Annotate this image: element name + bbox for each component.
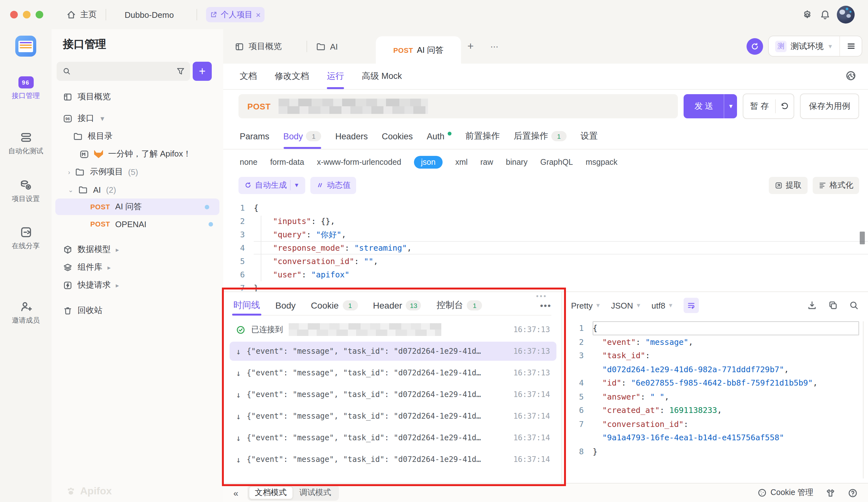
tab-console[interactable]: 控制台 1 [436, 296, 482, 315]
close-window-button[interactable] [10, 11, 18, 19]
rail-item-online-share[interactable]: 在线分享 [0, 226, 52, 251]
help-icon[interactable] [848, 488, 858, 498]
tree-item-example-project[interactable]: › 示例项目 (5) [52, 163, 223, 181]
tab-body[interactable]: Body 1 [283, 123, 321, 149]
code-view-button[interactable] [846, 71, 857, 81]
body-type-form-data[interactable]: form-data [270, 158, 304, 167]
tree-item-api-group[interactable]: 96 接口 ▼ [52, 110, 223, 127]
chevron-right-icon[interactable]: › [68, 168, 70, 175]
rail-item-automated-testing[interactable]: 自动化测试 [0, 131, 52, 156]
chevron-right-icon[interactable]: ▸ [116, 246, 119, 253]
cookie-manage-button[interactable]: Cookie 管理 [757, 488, 813, 498]
collapse-sidebar-button[interactable]: « [234, 488, 238, 498]
tree-item-data-model[interactable]: 数据模型 ▸ [52, 240, 223, 258]
tab-post-ai-qa-active[interactable]: POST AI 问答 [376, 36, 461, 64]
chevron-down-icon[interactable]: ⌄ [68, 186, 73, 193]
dynamic-value-button[interactable]: 动态值 [310, 176, 356, 194]
add-tab-button[interactable]: + [467, 29, 474, 64]
send-options-caret[interactable]: ▼ [724, 94, 737, 118]
tab-post-processors[interactable]: 后置操作 1 [514, 123, 567, 149]
code-line[interactable]: 3 "task_id": [562, 349, 859, 362]
tab-params[interactable]: Params [240, 123, 269, 149]
code-line[interactable]: 8} [562, 444, 859, 458]
tab-ai-folder[interactable]: AI [316, 29, 338, 64]
code-line[interactable]: 2 "inputs": {}, [223, 214, 868, 228]
timeline-row[interactable]: ↓{"event": "message", "task_id": "d072d2… [229, 385, 556, 404]
body-type-msgpack[interactable]: msgpack [586, 158, 618, 167]
url-input[interactable]: POST [238, 94, 678, 118]
tree-item-root-folder[interactable]: 根目录 [52, 127, 223, 145]
language-select[interactable]: JSON▼ [611, 301, 641, 310]
timeline-row[interactable]: 已连接到16:37:13 [229, 320, 556, 339]
code-line[interactable]: 3 "query": "你好", [223, 228, 868, 241]
maximize-window-button[interactable] [35, 11, 43, 19]
stash-button[interactable]: 暂 存 [744, 101, 775, 112]
charset-select[interactable]: utf8▼ [651, 301, 673, 310]
body-type-graphql[interactable]: GraphQL [540, 158, 573, 167]
search-icon[interactable] [849, 300, 859, 310]
pretty-select[interactable]: Pretty▼ [571, 301, 601, 310]
download-icon[interactable] [807, 300, 817, 310]
tab-auth[interactable]: Auth [427, 123, 452, 149]
tab-run[interactable]: 运行 [327, 64, 344, 89]
env-menu-button[interactable] [839, 36, 862, 56]
more-tabs-button[interactable]: ⋯ [490, 29, 498, 64]
code-line[interactable]: 2 "event": "message", [562, 335, 859, 349]
response-json-code[interactable]: 1{2 "event": "message",3 "task_id": "d07… [562, 321, 859, 483]
body-type-binary[interactable]: binary [506, 158, 527, 167]
notifications-button[interactable] [820, 0, 830, 29]
auto-generate-button[interactable]: 自动生成 ▼ [238, 176, 305, 194]
theme-shirt-icon[interactable] [825, 488, 836, 498]
chevron-down-icon[interactable]: ▼ [294, 182, 300, 188]
code-line[interactable]: 1{ [562, 321, 859, 335]
avatar[interactable] [837, 6, 855, 23]
search-input[interactable] [56, 62, 179, 81]
app-logo[interactable] [15, 35, 36, 57]
caret-down-icon[interactable]: ▼ [99, 115, 105, 122]
tab-doc[interactable]: 文档 [240, 64, 257, 89]
tree-item-markdown-doc[interactable]: 一分钟，了解 Apifox！ [52, 145, 223, 163]
send-button[interactable]: 发 送 ▼ [684, 94, 737, 118]
more-response-tabs-button[interactable]: ••• [540, 300, 551, 310]
tree-item-component-lib[interactable]: 组件库 ▸ [52, 258, 223, 276]
tab-cookies[interactable]: Cookies [382, 123, 413, 149]
environment-select[interactable]: 测 测试环境 ▼ [769, 40, 839, 52]
code-line[interactable]: 4 "response_mode": "streaming", [223, 241, 868, 255]
timeline-row[interactable]: ↓{"event": "message", "task_id": "d072d2… [229, 407, 556, 426]
tab-edit-doc[interactable]: 修改文档 [275, 64, 309, 89]
tree-item-post-openai[interactable]: POST OPENAI [52, 215, 223, 233]
tab-personal-project[interactable]: 个人项目 × [206, 7, 265, 22]
tree-item-quick-request[interactable]: 快捷请求 ▸ [52, 276, 223, 294]
sync-button[interactable] [746, 38, 763, 54]
body-type-json-selected[interactable]: json [414, 156, 443, 168]
timeline-row[interactable]: ↓{"event": "message", "task_id": "d072d2… [229, 342, 556, 361]
tree-item-project-overview[interactable]: 项目概览 [52, 88, 223, 106]
code-line[interactable]: 5 "conversation_id": "", [223, 255, 868, 268]
debug-mode-button[interactable]: 调试模式 [293, 486, 338, 500]
tab-timeline[interactable]: 时间线 [234, 296, 260, 315]
tab-headers[interactable]: Headers [335, 123, 368, 149]
request-body-editor[interactable]: 1{2 "inputs": {},3 "query": "你好",4 "resp… [223, 200, 868, 291]
scrollbar-marker[interactable] [860, 232, 865, 244]
chevron-right-icon[interactable]: ▸ [107, 264, 111, 271]
add-button[interactable]: + [193, 62, 212, 81]
body-type-xml[interactable]: xml [455, 158, 468, 167]
word-wrap-button[interactable] [684, 298, 699, 313]
tab-advanced-mock[interactable]: 高级 Mock [362, 64, 402, 89]
project-name[interactable]: Dubbo-Demo [125, 0, 174, 29]
rail-item-project-settings[interactable]: 项目设置 [0, 179, 52, 204]
home-button[interactable]: 主页 [66, 0, 97, 29]
rail-item-api-management[interactable]: 96 接口管理 [0, 76, 52, 101]
code-line[interactable]: 6 "created_at": 1691138233, [562, 403, 859, 417]
code-line[interactable]: 4 "id": "6e027855-f985-4642-bb8f-759f21d… [562, 376, 859, 390]
filter-button[interactable] [171, 62, 190, 81]
format-button[interactable]: 格式化 [812, 176, 859, 194]
body-type-urlencoded[interactable]: x-www-form-urlencoded [317, 158, 401, 167]
tree-item-ai-folder[interactable]: ⌄ AI (2) [52, 181, 223, 198]
settings-button[interactable] [802, 0, 813, 29]
save-as-case-button[interactable]: 保存为用例 [800, 93, 859, 119]
scrollbar-track[interactable] [863, 321, 864, 479]
tab-resp-body[interactable]: Body [275, 296, 296, 315]
tab-resp-header[interactable]: Header 13 [373, 296, 421, 315]
close-tab-icon[interactable]: × [256, 10, 260, 19]
